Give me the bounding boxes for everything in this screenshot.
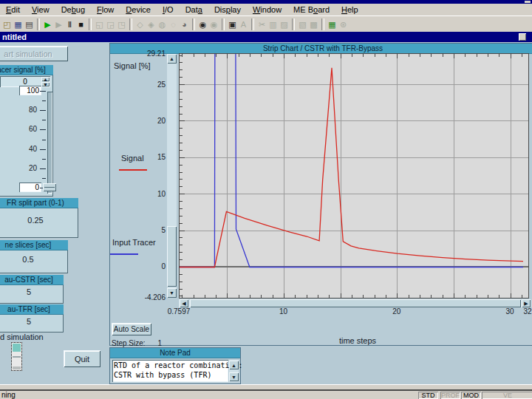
step-out-icon[interactable]: ◳ [116,18,127,31]
step-into-icon[interactable]: ◲ [105,18,116,31]
delete-object-icon[interactable]: ▩ [308,18,319,31]
note-scroll-down-icon[interactable]: ▼ [229,372,239,381]
continue-icon[interactable]: ▶ [53,18,64,31]
menu-window[interactable]: Window [247,4,287,15]
menu-i-o[interactable]: I/O [157,4,180,15]
menu-debug[interactable]: Debug [55,4,91,15]
strip-chart-plot [179,53,529,299]
find-icon[interactable]: ◉ [197,18,208,31]
slider-tick [40,149,46,150]
panel-icon[interactable]: ⊛ [338,18,349,31]
menu-me-board[interactable]: ME Board [287,4,335,15]
pause-icon[interactable]: Ⅱ [64,18,75,31]
series-input-tracer-line [180,54,523,267]
copy-icon[interactable]: ▥ [267,18,279,31]
run-icon[interactable]: ▶ [42,18,53,31]
properties-icon[interactable]: ▣ [227,18,238,31]
paste-icon[interactable]: ▨ [279,18,290,31]
step-size-label: Step Size: [112,339,146,347]
status-text: ning [1,391,16,399]
y-tick-label: 29.21 [110,50,166,58]
h-scroll-thumb[interactable] [190,299,521,307]
toolbar-separator [89,18,92,30]
toolbar: ◰▦▤▶▶Ⅱ■◱◲◳◇◈◍◌◕◉◉▣A✂▥▨▧▩▦⊛ [0,16,532,32]
menu-help[interactable]: Help [335,4,364,15]
status-bar: ning STDPROFMODVE [0,391,532,399]
slider-scale-label: 60 [10,125,37,133]
chart-vertical-scrollbar[interactable]: ▲ ▼ [167,54,177,298]
menu-view[interactable]: View [26,4,55,15]
end-simulation-toggle[interactable] [11,342,22,371]
debug-resume-icon[interactable]: ◈ [146,18,157,31]
slider-minor-tick [42,159,46,160]
scroll-left-icon[interactable]: ◀ [180,299,188,307]
y-tick-label: 5 [110,226,166,234]
menu-edit[interactable]: Edit [0,4,26,15]
scroll-up-icon[interactable]: ▲ [167,54,177,64]
tau-cstr-value[interactable]: 5 [0,287,64,296]
v-scroll-thumb[interactable] [167,226,177,287]
tau-tfr-header: au-TFR [sec] [0,304,64,315]
tracer-slider-track[interactable] [47,92,52,194]
y-tick-label: 25 [110,81,166,89]
note-pad-window: Note Pad RTD of a reactor combination: C… [109,347,241,384]
picture-icon[interactable]: ▦ [327,18,338,31]
auto-scale-label: Auto Scale [114,325,149,333]
start-simulation-button[interactable]: art simulation [0,46,68,61]
menu-display[interactable]: Display [208,4,247,15]
save-file-icon[interactable]: ▦ [13,18,24,31]
quit-button[interactable]: Quit [64,350,100,367]
menu-data[interactable]: Data [180,4,208,15]
debug-pause-icon[interactable]: ◇ [134,18,146,31]
tracer-slider-thumb[interactable] [43,183,56,191]
auto-scale-button[interactable]: Auto Scale [112,323,151,335]
slider-minor-tick [42,100,46,101]
slider-scale-label: 80 [10,106,37,114]
web-icon[interactable]: ◕ [179,18,190,31]
open-file-icon[interactable]: ◰ [1,18,13,31]
strip-chart-titlebar[interactable]: Strip Chart / CSTR with TFR-Bypass [110,44,532,54]
menu-device[interactable]: Device [120,4,157,15]
tfr-split-value[interactable]: 0.25 [0,216,78,225]
status-cell-std: STD [418,392,438,399]
toolbar-separator [292,18,295,30]
window-maximize-button[interactable] [519,33,526,41]
stop-icon[interactable]: ■ [75,18,86,31]
step-size-row: Step Size: 1 [112,339,162,347]
scroll-down-icon[interactable]: ▼ [167,288,177,298]
y-tick-label: 10 [110,190,166,198]
find-next-icon[interactable]: ◉ [208,18,219,31]
debug-clear-icon[interactable]: ◌ [168,18,179,31]
slider-scale-label[interactable]: 100 [19,86,41,95]
untitled-window-titlebar[interactable]: ntitled [0,32,532,42]
toolbar-separator [222,18,225,30]
note-pad-titlebar[interactable]: Note Pad [110,348,240,358]
print-icon[interactable]: ▤ [24,18,35,31]
cut-icon[interactable]: ✂ [256,18,267,31]
tracer-signal-value: 0 [23,78,27,86]
slider-scale-label[interactable]: 0 [19,183,41,192]
chart-horizontal-scrollbar[interactable]: ◀ ▶ [179,299,531,307]
add-object-icon[interactable]: ▧ [297,18,308,31]
tau-tfr-value[interactable]: 5 [0,317,64,326]
x-axis-title: time steps [321,336,395,345]
slider-minor-tick [42,140,46,140]
toolbar-separator [37,18,40,30]
x-tick-label: 10 [266,307,301,316]
tau-tfr-group: au-TFR [sec] 5 [0,304,64,332]
note-pad-scrollbar[interactable]: ▲ ▼ [229,360,239,382]
note-pad-lines: RTD of a reactor combination: CSTR with … [114,361,227,380]
scroll-right-icon[interactable]: ▶ [522,299,531,307]
y-tick-label: -4.206 [110,293,166,301]
slider-minor-tick [42,178,46,179]
note-pad-text[interactable]: RTD of a reactor combination: CSTR with … [112,360,228,382]
spin-down-icon[interactable]: ▼ [41,82,50,86]
font-icon[interactable]: A [238,18,249,31]
debug-breakpoint-icon[interactable]: ◍ [157,18,168,31]
time-slices-value[interactable]: 0.5 [0,255,68,264]
note-scroll-up-icon[interactable]: ▲ [229,361,239,369]
step-over-icon[interactable]: ◱ [94,18,105,31]
tfr-split-header: FR split part (0-1) [0,198,78,208]
untitled-window-title: ntitled [2,33,27,41]
menu-flow[interactable]: Flow [91,4,120,15]
